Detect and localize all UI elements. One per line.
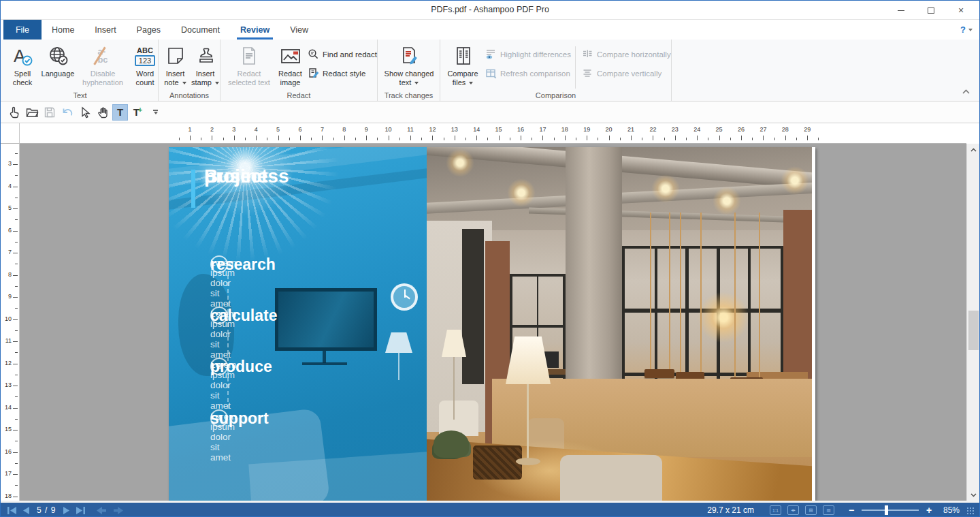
ruler-mark [256, 136, 257, 140]
ruler-mark: 23 [669, 126, 681, 133]
two-pages-button[interactable]: ▥ [823, 505, 834, 515]
spell-check-button[interactable]: A Spell check [6, 42, 39, 87]
ruler-mark: 5 [8, 204, 12, 211]
ruler-mark [620, 138, 621, 140]
scroll-down-button[interactable] [967, 489, 979, 501]
select-tool-button[interactable] [77, 104, 93, 121]
refresh-comparison-button[interactable]: Refresh comparison [485, 67, 571, 79]
slide-blue-panel: Business project 1 research Lorem ipsum … [169, 147, 427, 501]
title-accent-bar [191, 170, 195, 208]
ruler-mark: 10 [382, 126, 395, 133]
ruler-mark: 14 [470, 126, 483, 133]
ruler-mark: 9 [8, 293, 12, 300]
ruler-mark [13, 364, 18, 364]
ruler-mark [15, 286, 18, 287]
ruler-mark: 6 [8, 227, 12, 234]
highlight-differences-button[interactable]: Highlight differences [485, 48, 571, 60]
previous-page-button[interactable] [22, 507, 29, 514]
close-button[interactable]: × [952, 3, 970, 17]
pdf-page[interactable]: Business project 1 research Lorem ipsum … [169, 147, 815, 501]
language-button[interactable]: Language [39, 42, 77, 78]
tab-pages[interactable]: Pages [127, 20, 171, 40]
ruler-mark [15, 441, 18, 441]
text-select-tool-button[interactable]: T [112, 104, 128, 121]
chevron-up-icon [970, 148, 977, 152]
zoom-slider[interactable] [862, 510, 919, 511]
view-back-button[interactable] [97, 507, 107, 514]
ruler-mark: 7 [8, 249, 12, 255]
disable-hyphenation-button[interactable]: a-bc Disable hyphenation [77, 42, 129, 87]
group-label-comparison: Comparison [440, 91, 671, 99]
ruler-mark [565, 136, 566, 140]
ruler-mark [300, 136, 301, 140]
ruler-mark [344, 136, 345, 140]
ruler-mark [476, 136, 477, 140]
compare-horizontally-button[interactable]: Compare horizontally [582, 48, 671, 60]
hand-icon [96, 106, 110, 119]
tab-home[interactable]: Home [42, 20, 84, 40]
minimize-button[interactable] [892, 3, 910, 17]
first-page-button[interactable] [7, 507, 16, 514]
tab-document[interactable]: Document [171, 20, 230, 40]
ruler-mark [796, 138, 797, 140]
ruler-mark [311, 138, 312, 140]
vertical-scrollbar[interactable] [966, 144, 979, 501]
maximize-button[interactable] [922, 3, 940, 17]
ruler-mark [333, 138, 334, 140]
scrollbar-thumb[interactable] [968, 311, 979, 350]
single-page-button[interactable]: ▤ [805, 505, 817, 515]
ruler-mark [15, 419, 18, 420]
ruler-mark [15, 463, 18, 464]
fit-width-button[interactable]: ◂▸ [787, 505, 799, 515]
document-area[interactable]: Business project 1 research Lorem ipsum … [20, 144, 966, 501]
redact-image-button[interactable]: Redact image [275, 42, 306, 87]
compare-vertically-button[interactable]: Compare vertically [582, 67, 671, 79]
resize-grip[interactable] [966, 506, 974, 514]
add-text-tool-button[interactable]: T+ [130, 104, 146, 121]
forward-icon [113, 507, 123, 514]
view-forward-button[interactable] [113, 507, 123, 514]
redact-selected-text-button[interactable]: Redact selected text [223, 42, 275, 87]
find-and-redact-button[interactable]: Find and redact [308, 48, 377, 60]
ruler-mark [499, 136, 500, 140]
ruler-mark [13, 164, 18, 165]
zoom-in-button[interactable]: + [925, 505, 933, 516]
ruler-mark [410, 136, 411, 140]
ruler-mark [190, 136, 191, 140]
ruler-mark: 3 [228, 126, 240, 133]
scroll-up-button[interactable] [967, 144, 979, 155]
insert-note-button[interactable]: Insert note [161, 42, 190, 87]
help-button[interactable]: ? [960, 20, 973, 40]
touch-mode-button[interactable] [6, 104, 22, 121]
tab-insert[interactable]: Insert [84, 20, 126, 40]
compare-files-button[interactable]: Compare files [444, 42, 481, 87]
office-photo [427, 147, 812, 501]
ruler-mark [267, 138, 267, 140]
tab-view[interactable]: View [280, 20, 318, 40]
next-page-button[interactable] [63, 507, 70, 514]
last-page-button[interactable] [76, 507, 85, 514]
ruler-mark [278, 136, 279, 140]
dropdown-caret-icon [215, 82, 219, 84]
redact-style-button[interactable]: Redact style [308, 67, 377, 79]
ruler-mark [598, 138, 598, 140]
open-file-button[interactable] [24, 104, 39, 121]
ribbon-group-comparison: Compare files Highlight differences Refr… [440, 40, 672, 101]
undo-button[interactable] [59, 104, 75, 121]
tab-file[interactable]: File [3, 20, 42, 40]
pan-tool-button[interactable] [95, 104, 110, 121]
actual-size-button[interactable]: 1:1 [770, 505, 781, 515]
zoom-out-button[interactable]: − [847, 505, 855, 516]
collapse-ribbon-button[interactable] [962, 84, 970, 97]
word-count-button[interactable]: ABC123 Word count [129, 42, 161, 87]
show-changed-text-button[interactable]: Show changed text [380, 42, 438, 87]
ruler-mark [13, 430, 18, 430]
save-button[interactable] [42, 104, 57, 121]
highlight-differences-icon [485, 48, 497, 60]
ruler-mark [389, 136, 389, 140]
toolbar-overflow-button[interactable] [148, 104, 163, 121]
insert-stamp-button[interactable]: Insert stamp [190, 42, 220, 87]
ruler-mark [15, 352, 18, 353]
zoom-slider-thumb[interactable] [885, 505, 888, 515]
tab-review[interactable]: Review [230, 20, 280, 40]
